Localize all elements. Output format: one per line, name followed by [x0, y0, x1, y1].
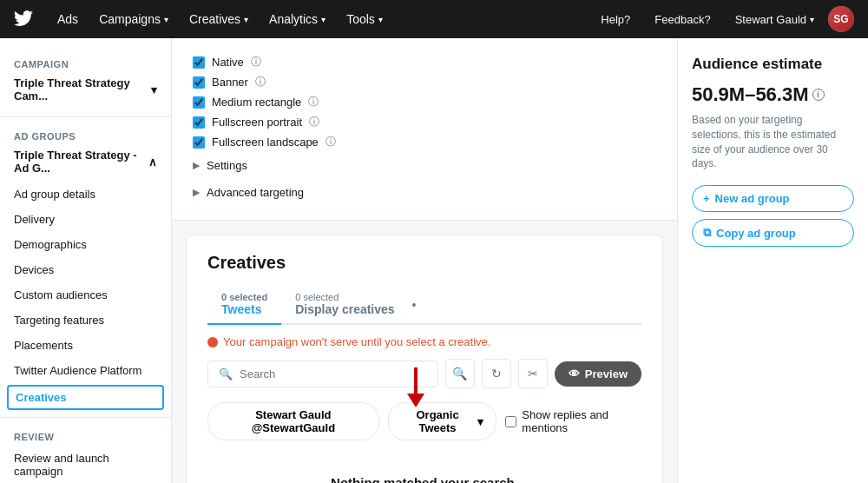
copy-ad-group-button[interactable]: ⧉ Copy ad group — [692, 219, 854, 247]
nav-analytics[interactable]: Analytics ▾ — [259, 0, 336, 38]
campaign-chevron: ▾ — [151, 83, 157, 96]
sidebar-item-placements[interactable]: Placements — [0, 333, 171, 358]
filter-user-button[interactable]: Stewart Gauld @StewartGauld — [207, 402, 379, 440]
creatives-tabs: 0 selected Tweets 0 selected Display cre… — [207, 287, 641, 325]
adgroup-name[interactable]: Triple Threat Strategy - Ad G... ∧ — [0, 145, 171, 182]
sidebar-item-twitter-audience-platform[interactable]: Twitter Audience Platform — [0, 358, 171, 383]
campaign-name[interactable]: Triple Threat Strategy Cam... ▾ — [0, 73, 171, 109]
analytics-chevron: ▾ — [321, 15, 326, 24]
advanced-targeting-expand-icon: ▶ — [193, 187, 200, 198]
sidebar-divider-2 — [0, 417, 171, 418]
right-panel: Audience estimate 50.9M–56.3M i Based on… — [677, 38, 868, 483]
settings-row[interactable]: ▶ Settings — [193, 152, 656, 179]
placement-native[interactable]: Native ⓘ — [193, 52, 656, 72]
placement-fullscreen-portrait[interactable]: Fullscreen portrait ⓘ — [193, 112, 656, 132]
tab-display-creatives[interactable]: 0 selected Display creatives — [281, 287, 408, 323]
audience-description: Based on your targeting selections, this… — [692, 113, 854, 171]
search-icon: 🔍 — [219, 367, 233, 380]
audience-range: 50.9M–56.3M i — [692, 83, 854, 106]
placement-banner[interactable]: Banner ⓘ — [193, 72, 656, 92]
main-layout: CAMPAIGN Triple Threat Strategy Cam... ▾… — [0, 38, 868, 483]
placement-fullscreen-portrait-checkbox[interactable] — [193, 116, 205, 129]
creatives-section: Creatives 0 selected Tweets 0 selected D… — [186, 235, 663, 483]
placement-fullscreen-landscape[interactable]: Fullscreen landscape ⓘ — [193, 132, 656, 152]
campaign-section-label: CAMPAIGN — [0, 52, 171, 73]
preview-button[interactable]: 👁 Preview — [555, 361, 641, 387]
nav-creatives[interactable]: Creatives ▾ — [179, 0, 259, 38]
new-ad-group-button[interactable]: + New ad group — [692, 185, 854, 212]
fullscreen-portrait-info-icon[interactable]: ⓘ — [309, 115, 319, 129]
review-section-label: REVIEW — [0, 425, 171, 446]
user-menu[interactable]: Stewart Gauld ▾ — [725, 0, 825, 38]
fullscreen-landscape-info-icon[interactable]: ⓘ — [326, 135, 336, 149]
avatar[interactable]: SG — [828, 6, 854, 32]
placement-medium-rectangle[interactable]: Medium rectangle ⓘ — [193, 92, 656, 112]
filter-tweets-dropdown[interactable]: Organic Tweets ▾ — [388, 402, 497, 440]
user-chevron: ▾ — [810, 15, 814, 24]
twitter-logo — [14, 9, 33, 30]
tweets-tab-label: Tweets — [221, 302, 261, 316]
empty-state: Nothing matched your search. Change your… — [207, 458, 641, 483]
creatives-title: Creatives — [207, 253, 641, 273]
nav-campaigns[interactable]: Campaigns ▾ — [89, 0, 179, 38]
advanced-targeting-row[interactable]: ▶ Advanced targeting — [193, 179, 656, 206]
settings-expand-icon: ▶ — [193, 160, 200, 171]
campaigns-chevron: ▾ — [164, 15, 168, 24]
arrow-head — [407, 394, 424, 407]
sidebar-item-creatives[interactable]: Creatives — [7, 385, 164, 410]
placement-fullscreen-landscape-checkbox[interactable] — [193, 136, 205, 149]
top-navigation: Ads Campaigns ▾ Creatives ▾ Analytics ▾ … — [0, 0, 868, 38]
sidebar-item-custom-audiences[interactable]: Custom audiences — [0, 282, 171, 308]
medium-rectangle-info-icon[interactable]: ⓘ — [308, 95, 319, 109]
content-area: Native ⓘ Banner ⓘ Medium rectangle ⓘ Ful… — [172, 38, 677, 483]
show-replies-label[interactable]: Show replies and mentions — [505, 408, 641, 434]
adgroup-chevron: ∧ — [148, 155, 157, 169]
filter-button[interactable]: ✂ — [518, 359, 548, 388]
topnav-right: Help? Feedback? Stewart Gauld ▾ SG — [590, 0, 854, 38]
sidebar-item-targeting-features[interactable]: Targeting features — [0, 308, 171, 333]
warning-dot-icon — [207, 337, 218, 347]
audience-range-info-icon[interactable]: i — [812, 89, 825, 101]
tweets-tab-count: 0 selected — [221, 292, 267, 302]
placement-native-checkbox[interactable] — [193, 56, 205, 69]
filter-row: Stewart Gauld @StewartGauld Organic Twee… — [207, 402, 641, 440]
tab-more-icon[interactable]: • — [409, 298, 420, 312]
tools-chevron: ▾ — [378, 15, 383, 24]
display-creatives-tab-count: 0 selected — [295, 292, 394, 302]
audience-estimate-title: Audience estimate — [692, 56, 854, 73]
placements-section: Native ⓘ Banner ⓘ Medium rectangle ⓘ Ful… — [172, 38, 677, 221]
eye-icon: 👁 — [569, 367, 580, 380]
arrow-shaft — [414, 367, 418, 394]
copy-icon: ⧉ — [703, 226, 711, 240]
sidebar-item-demographics[interactable]: Demographics — [0, 232, 171, 257]
help-link[interactable]: Help? — [590, 0, 641, 38]
nav-tools[interactable]: Tools ▾ — [336, 0, 393, 38]
display-creatives-tab-label: Display creatives — [295, 302, 394, 316]
show-replies-checkbox[interactable] — [505, 416, 516, 427]
sidebar-item-devices[interactable]: Devices — [0, 257, 171, 282]
empty-state-title: Nothing matched your search. — [207, 475, 641, 483]
sidebar-divider-1 — [0, 116, 171, 117]
tab-tweets[interactable]: 0 selected Tweets — [207, 287, 281, 325]
search-submit-button[interactable]: 🔍 — [445, 359, 475, 388]
sidebar-item-delivery[interactable]: Delivery — [0, 207, 171, 232]
nav-ads-label: Ads — [47, 0, 89, 38]
placement-medium-rectangle-checkbox[interactable] — [193, 96, 205, 109]
red-arrow-annotation — [407, 367, 424, 407]
feedback-link[interactable]: Feedback? — [644, 0, 720, 38]
sidebar-item-review-launch[interactable]: Review and launch campaign — [0, 446, 171, 483]
search-input[interactable] — [240, 367, 427, 380]
sidebar: CAMPAIGN Triple Threat Strategy Cam... ▾… — [0, 38, 172, 483]
creatives-chevron: ▾ — [244, 15, 248, 24]
placement-banner-checkbox[interactable] — [193, 76, 205, 89]
refresh-button[interactable]: ↻ — [482, 359, 511, 388]
search-box[interactable]: 🔍 — [207, 361, 438, 387]
filter-tweets-chevron: ▾ — [477, 415, 483, 428]
audience-actions: + New ad group ⧉ Copy ad group — [692, 185, 854, 247]
plus-icon: + — [703, 192, 710, 205]
banner-info-icon[interactable]: ⓘ — [255, 75, 266, 89]
native-info-icon[interactable]: ⓘ — [251, 55, 261, 69]
filter-area: Stewart Gauld @StewartGauld Organic Twee… — [207, 402, 641, 440]
creative-warning: Your campaign won't serve until you sele… — [207, 335, 641, 348]
sidebar-item-ad-group-details[interactable]: Ad group details — [0, 182, 171, 207]
